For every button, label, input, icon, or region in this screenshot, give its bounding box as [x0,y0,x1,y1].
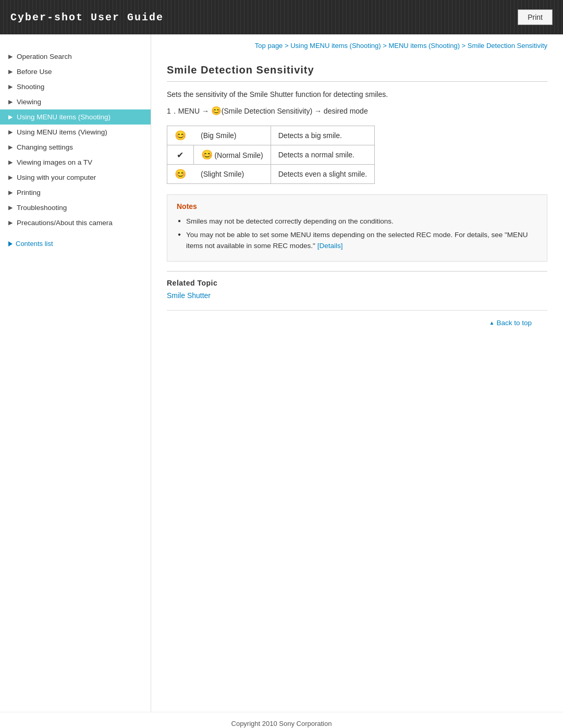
sidebar-item-shooting[interactable]: ▶ Shooting [0,79,151,94]
back-to-top-label: Back to top [496,319,532,327]
checkmark-icon: ✔ [177,151,183,159]
table-label-cell: (Slight Smile) [193,165,271,184]
table-check-cell: ✔ [167,145,194,165]
table-desc-cell: Detects a normal smile. [271,145,374,165]
content-area: Top page > Using MENU items (Shooting) >… [151,34,563,712]
copyright: Copyright 2010 Sony Corporation [231,720,332,727]
notes-title: Notes [177,202,537,211]
app-title: Cyber-shot User Guide [10,11,164,23]
arrow-icon: ▶ [8,68,13,75]
sidebar-item-label: Using MENU items (Shooting) [17,113,111,121]
list-item: You may not be able to set some MENU ite… [177,228,537,253]
arrow-icon: ▶ [8,189,13,196]
header: Cyber-shot User Guide Print [0,0,563,34]
sidebar-item-label: Troubleshooting [17,204,67,212]
arrow-icon: ▶ [8,174,13,181]
sidebar-item-using-computer[interactable]: ▶ Using with your computer [0,170,151,185]
breadcrumb-top[interactable]: Top page [255,42,283,50]
sidebar-item-label: Viewing images on a TV [17,158,92,166]
breadcrumb-sep3: > [462,42,468,50]
breadcrumb-menu-items[interactable]: MENU items (Shooting) [388,42,460,50]
big-smile-icon: 😊 [175,130,186,141]
table-icon-cell: 😊 [167,165,194,184]
sidebar-item-viewing[interactable]: ▶ Viewing [0,94,151,109]
main-layout: ▶ Operation Search ▶ Before Use ▶ Shooti… [0,34,563,712]
related-topic-section: Related Topic Smile Shutter [167,271,547,300]
breadcrumb: Top page > Using MENU items (Shooting) >… [167,34,547,55]
table-row: 😊 (Big Smile) Detects a big smile. [167,126,375,145]
step-instruction: 1．MENU → 😊(Smile Detection Sensitivity) … [167,106,547,116]
contents-list-link[interactable]: Contents list [0,235,151,253]
arrow-icon: ▶ [8,53,13,60]
step-num: 1．MENU → [167,107,211,115]
sidebar-item-label: Before Use [17,68,52,76]
notes-section: Notes Smiles may not be detected correct… [167,194,547,262]
sidebar-item-label: Viewing [17,98,41,106]
sidebar-item-changing-settings[interactable]: ▶ Changing settings [0,140,151,155]
list-item: Smiles may not be detected correctly dep… [177,215,537,228]
related-topic-title: Related Topic [167,279,547,287]
smile-icon: 😊 [211,106,222,115]
arrow-icon: ▶ [8,159,13,166]
arrow-icon: ▶ [8,114,13,120]
details-link[interactable]: [Details] [317,242,343,250]
step-text: (Smile Detection Sensitivity) → desired … [222,107,368,115]
print-button[interactable]: Print [518,9,553,25]
page-title: Smile Detection Sensitivity [167,64,547,82]
sidebar-item-label: Using with your computer [17,174,96,181]
back-to-top-bar: ▲ Back to top [167,310,547,332]
sidebar-item-label: Printing [17,189,41,196]
sidebar: ▶ Operation Search ▶ Before Use ▶ Shooti… [0,34,151,712]
smile-sensitivity-table: 😊 (Big Smile) Detects a big smile. ✔ 😊 (… [167,126,375,184]
breadcrumb-current[interactable]: Smile Detection Sensitivity [468,42,547,50]
table-desc-cell: Detects a big smile. [271,126,374,145]
arrow-icon: ▶ [8,144,13,151]
table-icon-cell: 😊 [167,126,194,145]
sidebar-item-troubleshooting[interactable]: ▶ Troubleshooting [0,200,151,215]
page-description: Sets the sensitivity of the Smile Shutte… [167,90,547,98]
footer: Copyright 2010 Sony Corporation [0,712,563,728]
breadcrumb-sep1: > [285,42,290,50]
arrow-icon: ▶ [8,204,13,211]
contents-list-label: Contents list [16,240,53,248]
sidebar-item-printing[interactable]: ▶ Printing [0,185,151,200]
table-desc-cell: Detects even a slight smile. [271,165,374,184]
sidebar-item-using-menu-shooting[interactable]: ▶ Using MENU items (Shooting) [0,109,151,125]
table-row: ✔ 😊 (Normal Smile) Detects a normal smil… [167,145,375,165]
table-row: 😊 (Slight Smile) Detects even a slight s… [167,165,375,184]
arrow-icon: ▶ [8,129,13,135]
table-label-cell: (Big Smile) [193,126,271,145]
sidebar-item-label: Changing settings [17,143,73,151]
smile-shutter-link[interactable]: Smile Shutter [167,291,211,300]
slight-smile-icon: 😊 [175,169,186,179]
arrow-icon: ▶ [8,83,13,90]
breadcrumb-sep2: > [383,42,388,50]
normal-smile-icon: 😊 [201,150,213,160]
sidebar-item-before-use[interactable]: ▶ Before Use [0,64,151,79]
arrow-right-icon [8,241,13,246]
triangle-icon: ▲ [489,320,495,326]
breadcrumb-using-menu[interactable]: Using MENU items (Shooting) [290,42,381,50]
arrow-icon: ▶ [8,219,13,226]
arrow-icon: ▶ [8,98,13,105]
sidebar-item-label: Precautions/About this camera [17,219,113,227]
sidebar-item-operation-search[interactable]: ▶ Operation Search [0,49,151,64]
sidebar-item-using-menu-viewing[interactable]: ▶ Using MENU items (Viewing) [0,125,151,140]
table-icon-label-cell: 😊 (Normal Smile) [193,145,271,165]
sidebar-item-precautions[interactable]: ▶ Precautions/About this camera [0,215,151,230]
sidebar-item-viewing-tv[interactable]: ▶ Viewing images on a TV [0,155,151,170]
notes-list: Smiles may not be detected correctly dep… [177,215,537,253]
sidebar-item-label: Using MENU items (Viewing) [17,128,107,136]
sidebar-item-label: Operation Search [17,53,72,60]
sidebar-item-label: Shooting [17,83,44,91]
back-to-top-link[interactable]: ▲ Back to top [489,319,532,327]
